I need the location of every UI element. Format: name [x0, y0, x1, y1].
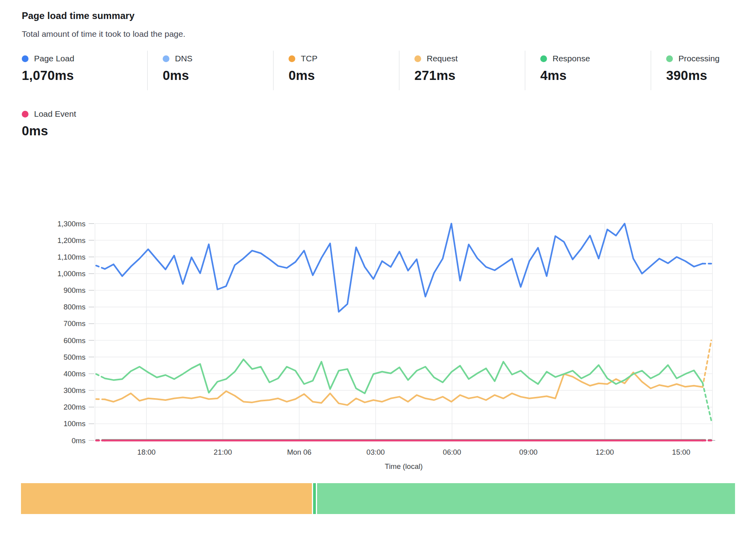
metric-label: Processing — [678, 54, 720, 63]
metric-processing: Processing390ms — [651, 51, 756, 90]
metrics-row: Page Load1,070msDNS0msTCP0msRequest271ms… — [22, 51, 756, 90]
y-tick-label: 500ms — [63, 353, 85, 361]
metric-value: 1,070ms — [22, 68, 147, 83]
y-tick-label: 700ms — [63, 319, 85, 328]
timeline-bar — [21, 483, 735, 514]
y-tick-label: 800ms — [63, 303, 85, 311]
metric-head: TCP — [289, 54, 399, 63]
y-tick-label: 1,300ms — [57, 220, 85, 228]
x-tick-label: 15:00 — [672, 448, 690, 456]
metric-label: Page Load — [34, 54, 74, 63]
metric-head: Page Load — [22, 54, 147, 63]
y-tick-label: 600ms — [63, 336, 85, 345]
processing-legend-dot-icon — [666, 55, 673, 62]
metric-value: 0ms — [163, 68, 273, 83]
metric-value: 271ms — [414, 68, 525, 83]
series-request — [703, 340, 711, 387]
bar-orange[interactable] — [21, 483, 312, 514]
y-tick-label: 100ms — [63, 419, 85, 428]
y-tick-label: 1,000ms — [57, 269, 85, 278]
metric-label: DNS — [175, 54, 192, 63]
x-grid: 18:0021:00Mon 0603:0006:0009:0012:0015:0… — [95, 224, 715, 470]
metric-label: TCP — [301, 54, 317, 63]
metric-response: Response4ms — [525, 51, 651, 90]
series-page-load — [96, 266, 105, 269]
series-lines — [96, 224, 711, 440]
x-tick-label: 06:00 — [443, 448, 461, 456]
y-tick-label: 1,100ms — [57, 253, 85, 261]
metric-label: Load Event — [34, 109, 76, 119]
metric-head: Processing — [666, 54, 756, 63]
metric-label: Response — [553, 54, 590, 63]
metric-head: Response — [540, 54, 651, 63]
x-tick-label: 03:00 — [367, 448, 385, 456]
page-title: Page load time summary — [22, 10, 135, 21]
metric-value: 4ms — [540, 68, 651, 83]
y-tick-label: 900ms — [63, 286, 85, 294]
request-legend-dot-icon — [414, 55, 421, 62]
series-request — [96, 399, 105, 400]
metric-value: 0ms — [22, 123, 147, 138]
y-tick-label: 1,200ms — [57, 236, 85, 245]
metric-head: Request — [414, 54, 525, 63]
metric-load-event: Load Event0ms — [22, 106, 147, 146]
metric-head: DNS — [163, 54, 273, 63]
load-time-chart[interactable]: 0ms100ms200ms300ms400ms500ms600ms700ms80… — [0, 170, 756, 483]
response-legend-dot-icon — [540, 55, 547, 62]
x-axis-title: Time (local) — [385, 462, 423, 470]
bar-green-sliver[interactable] — [313, 483, 316, 514]
y-tick-label: 300ms — [63, 386, 85, 395]
load-event-legend-dot-icon — [22, 111, 28, 118]
metric-label: Request — [427, 54, 458, 63]
metric-value: 0ms — [289, 68, 399, 83]
page-load-legend-dot-icon — [22, 55, 28, 62]
metric-load-event: Load Event0ms — [22, 106, 147, 146]
metric-dns: DNS0ms — [147, 51, 273, 90]
x-tick-label: 18:00 — [137, 448, 156, 456]
x-tick-label: Mon 06 — [287, 448, 312, 456]
x-tick-label: 09:00 — [519, 448, 538, 456]
series-page-load — [105, 224, 703, 312]
metric-page-load: Page Load1,070ms — [22, 51, 147, 90]
series-request — [105, 372, 703, 405]
series-processing — [105, 359, 703, 393]
x-tick-label: 21:00 — [214, 448, 232, 456]
y-tick-label: 400ms — [63, 370, 85, 378]
y-grid: 0ms100ms200ms300ms400ms500ms600ms700ms80… — [57, 220, 712, 445]
dns-legend-dot-icon — [163, 55, 169, 62]
metric-tcp: TCP0ms — [273, 51, 399, 90]
series-processing — [96, 374, 105, 378]
y-tick-label: 0ms — [72, 436, 85, 445]
x-tick-label: 12:00 — [596, 448, 614, 456]
tcp-legend-dot-icon — [289, 55, 295, 62]
metric-head: Load Event — [22, 109, 147, 119]
chart-svg: 0ms100ms200ms300ms400ms500ms600ms700ms80… — [0, 170, 756, 483]
bar-green[interactable] — [317, 483, 735, 514]
metric-value: 390ms — [666, 68, 756, 83]
page-subtitle: Total amount of time it took to load the… — [22, 29, 185, 39]
metric-request: Request271ms — [399, 51, 525, 90]
y-tick-label: 200ms — [63, 403, 85, 411]
series-processing — [703, 383, 711, 421]
